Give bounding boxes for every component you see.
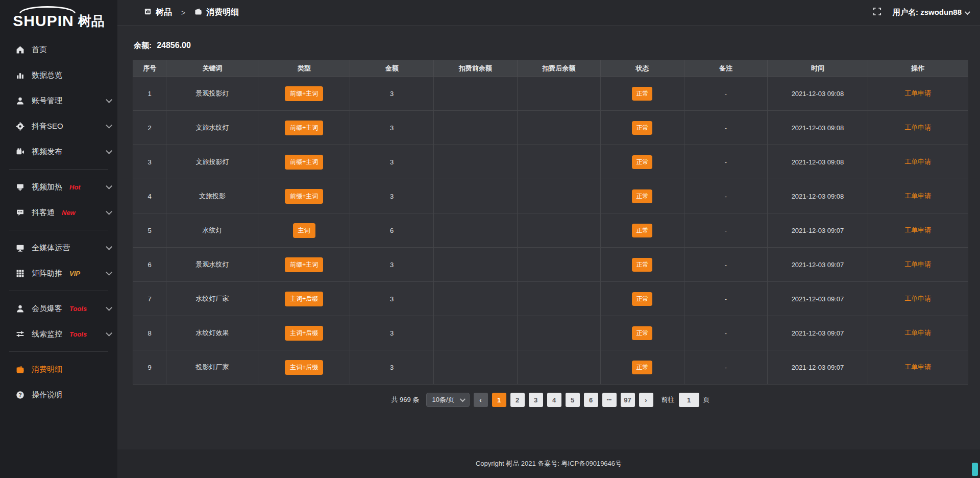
table-row: 5水纹灯主词6正常-2021-12-03 09:07工单申请	[133, 213, 968, 248]
pagination-page-6[interactable]: 6	[584, 393, 598, 407]
cell-action[interactable]: 工单申请	[868, 213, 968, 248]
cell-type: 主词	[258, 213, 350, 248]
user-icon	[15, 304, 24, 313]
floating-widget[interactable]	[972, 463, 978, 476]
pagination-page-4[interactable]: 4	[547, 393, 561, 407]
pagination-page-2[interactable]: 2	[510, 393, 525, 407]
user-icon	[15, 96, 24, 105]
work-order-link[interactable]: 工单申请	[904, 329, 931, 337]
logo-text-en: SHUPIN	[13, 12, 74, 30]
breadcrumb-item-current[interactable]: 消费明细	[206, 7, 239, 18]
cell-action[interactable]: 工单申请	[868, 111, 968, 145]
cell-post-balance-masked	[517, 179, 601, 213]
breadcrumb-item-root[interactable]: 树品	[156, 7, 172, 18]
cell-keyword: 投影灯厂家	[166, 350, 258, 385]
pagination-page-5[interactable]: 5	[566, 393, 580, 407]
sidebar-item-operation-guide[interactable]: ?操作说明	[0, 382, 117, 408]
cell-action[interactable]: 工单申请	[868, 179, 968, 213]
goto-label: 前往	[662, 395, 675, 404]
sidebar-item-media-ops[interactable]: 全媒体运营	[0, 235, 117, 260]
cell-action[interactable]: 工单申请	[868, 316, 968, 350]
cell-index: 8	[133, 316, 166, 350]
fullscreen-icon[interactable]	[873, 7, 881, 18]
work-order-link[interactable]: 工单申请	[904, 260, 931, 268]
sidebar-item-consumption-detail[interactable]: 消费明细	[0, 356, 117, 382]
cell-type: 主词+后缀	[258, 282, 350, 316]
cell-keyword: 水纹灯	[166, 213, 258, 248]
status-badge: 正常	[632, 155, 652, 169]
work-order-link[interactable]: 工单申请	[904, 226, 931, 234]
sidebar-item-clue-monitor[interactable]: 线索监控Tools	[0, 321, 117, 347]
type-badge: 主词+后缀	[285, 326, 323, 341]
page-size-select[interactable]: 10条/页	[426, 393, 469, 407]
sidebar-item-douketong[interactable]: 抖客通New	[0, 200, 117, 225]
cell-remark: -	[684, 145, 768, 179]
sidebar-item-label: 会员爆客	[32, 304, 62, 314]
balance-label: 余额:	[134, 41, 152, 50]
help-icon: ?	[15, 390, 24, 399]
cell-pre-balance-masked	[433, 179, 517, 213]
table-row: 9投影灯厂家主词+后缀3正常-2021-12-03 09:07工单申请	[133, 350, 968, 385]
pagination-page-1[interactable]: 1	[492, 393, 506, 407]
cell-action[interactable]: 工单申请	[868, 248, 968, 282]
pagination-next-button[interactable]: ›	[639, 393, 653, 407]
cell-post-balance-masked	[517, 145, 601, 179]
status-badge: 正常	[632, 326, 652, 340]
column-header: 扣费后余额	[517, 60, 601, 77]
chevron-down-icon	[459, 396, 465, 402]
sidebar-item-video-heat[interactable]: 视频加热Hot	[0, 174, 117, 200]
goto-page-input[interactable]	[679, 393, 699, 407]
sliders-icon	[15, 329, 24, 339]
sidebar-item-label: 矩阵助推	[32, 269, 62, 278]
sidebar-item-label: 账号管理	[32, 96, 62, 106]
user-menu[interactable]: 用户名: zswodun88	[893, 8, 969, 17]
cell-amount: 3	[350, 145, 434, 179]
sidebar-menu: 首页数据总览账号管理抖音SEO视频发布视频加热Hot抖客通New全媒体运营矩阵助…	[0, 37, 117, 408]
cell-action[interactable]: 工单申请	[868, 350, 968, 385]
cell-action[interactable]: 工单申请	[868, 77, 968, 111]
cell-index: 7	[133, 282, 166, 316]
cell-keyword: 文旅水纹灯	[166, 111, 258, 145]
work-order-link[interactable]: 工单申请	[904, 158, 931, 165]
table-header-row: 序号关键词类型金额扣费前余额扣费后余额状态备注时间操作	[133, 60, 968, 77]
work-order-link[interactable]: 工单申请	[904, 192, 931, 200]
column-header: 金额	[350, 60, 434, 77]
work-order-link[interactable]: 工单申请	[904, 295, 931, 302]
type-badge: 主词+后缀	[285, 292, 323, 306]
cell-type: 主词+后缀	[258, 350, 350, 385]
sidebar-item-data-overview[interactable]: 数据总览	[0, 62, 117, 88]
cell-status: 正常	[601, 316, 684, 350]
sidebar-item-member-baoke[interactable]: 会员爆客Tools	[0, 296, 117, 321]
consumption-table: 序号关键词类型金额扣费前余额扣费后余额状态备注时间操作 1景观投影灯前缀+主词3…	[133, 60, 968, 385]
column-header: 状态	[601, 60, 684, 77]
copyright-text: Copyright 树品 2021 备案号: 粤ICP备09019646号	[476, 459, 622, 468]
status-badge: 正常	[632, 87, 652, 101]
chevron-down-icon	[106, 183, 112, 189]
work-order-link[interactable]: 工单申请	[904, 124, 931, 131]
cell-index: 2	[133, 111, 166, 145]
cell-pre-balance-masked	[433, 145, 517, 179]
table-row: 6景观水纹灯前缀+主词3正常-2021-12-03 09:07工单申请	[133, 248, 968, 282]
sidebar-item-account-mgmt[interactable]: 账号管理	[0, 88, 117, 113]
pagination-page-3[interactable]: 3	[529, 393, 543, 407]
cell-action[interactable]: 工单申请	[868, 145, 968, 179]
cell-post-balance-masked	[517, 350, 601, 385]
cell-status: 正常	[601, 248, 684, 282]
pagination-ellipsis[interactable]: •••	[602, 393, 617, 407]
sidebar-item-home[interactable]: 首页	[0, 37, 117, 62]
status-badge: 正常	[632, 121, 652, 135]
pagination: 共 969 条 10条/页 ‹ 123456•••97 › 前往 页	[133, 393, 968, 407]
column-header: 操作	[868, 60, 968, 77]
cell-action[interactable]: 工单申请	[868, 282, 968, 316]
app-logo: SHUPIN 树品	[0, 5, 117, 37]
work-order-link[interactable]: 工单申请	[904, 89, 931, 97]
sidebar-item-matrix-boost[interactable]: 矩阵助推VIP	[0, 260, 117, 286]
work-order-link[interactable]: 工单申请	[904, 363, 931, 371]
sidebar-item-douyin-seo[interactable]: 抖音SEO	[0, 113, 117, 139]
cell-pre-balance-masked	[433, 350, 517, 385]
pagination-prev-button[interactable]: ‹	[474, 393, 488, 407]
cell-remark: -	[684, 248, 768, 282]
pagination-page-97[interactable]: 97	[621, 393, 635, 407]
home-icon	[15, 45, 24, 54]
sidebar-item-video-publish[interactable]: 视频发布	[0, 139, 117, 164]
